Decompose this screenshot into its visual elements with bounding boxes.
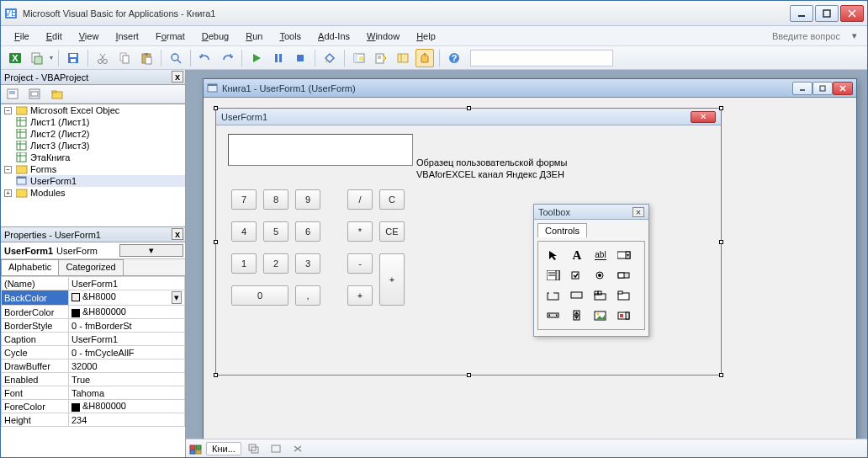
design-surface[interactable]: UserForm1 ✕ Образец пользовательской фор… <box>212 104 848 448</box>
run-icon[interactable] <box>247 49 266 67</box>
dropdown-icon[interactable]: ▾ <box>172 291 182 304</box>
calc-0-button[interactable]: 0 <box>231 285 288 306</box>
menu-insert[interactable]: Insert <box>108 29 146 43</box>
ask-question-input[interactable] <box>719 31 845 41</box>
tree-node[interactable]: ЭтаКнига <box>30 152 70 162</box>
property-value[interactable]: UserForm1 <box>69 277 185 290</box>
property-value[interactable]: &H8000▾ <box>69 290 185 306</box>
dropdown-icon[interactable]: ▾ <box>50 54 53 61</box>
property-value[interactable]: 0 - fmBorderSt <box>69 319 185 333</box>
property-name[interactable]: Enabled <box>2 373 69 386</box>
tree-node[interactable]: Лист3 (Лист3) <box>30 141 89 151</box>
calc-divide-button[interactable]: / <box>347 189 373 210</box>
child-close-button[interactable] <box>833 82 853 95</box>
property-value[interactable]: 32000 <box>69 359 185 373</box>
save-icon[interactable] <box>64 49 82 67</box>
find-icon[interactable] <box>167 49 185 67</box>
label-sample[interactable]: Образец пользовательской формы <box>416 157 567 168</box>
help-icon[interactable]: ? <box>445 49 463 67</box>
property-name[interactable]: ForeColor <box>2 400 69 413</box>
minimize-button[interactable] <box>790 5 813 22</box>
multipage-tool-icon[interactable] <box>614 287 634 304</box>
property-value[interactable]: 0 - fmCycleAllF <box>69 346 185 359</box>
cascade-icon[interactable] <box>245 439 263 458</box>
property-value[interactable]: UserForm1 <box>69 333 185 346</box>
break-icon[interactable] <box>269 49 288 67</box>
toolbox-tab-controls[interactable]: Controls <box>537 223 587 237</box>
listbox-tool-icon[interactable] <box>543 267 564 284</box>
child-minimize-button[interactable] <box>792 82 812 95</box>
calc-3-button[interactable]: 3 <box>295 253 320 274</box>
tree-node[interactable]: Modules <box>30 188 66 198</box>
tile-icon[interactable] <box>267 439 285 458</box>
label-tool-icon[interactable]: A <box>567 247 587 264</box>
toolbox-titlebar[interactable]: Toolbox × <box>534 205 648 220</box>
toolbox-icon[interactable] <box>415 49 434 67</box>
frame-tool-icon[interactable] <box>543 287 564 304</box>
property-name[interactable]: Cycle <box>2 346 69 359</box>
properties-pane-close-icon[interactable]: x <box>172 228 183 240</box>
resize-handle[interactable] <box>467 373 471 377</box>
toolbox-close-icon[interactable]: × <box>632 207 644 217</box>
child-maximize-button[interactable] <box>812 82 833 95</box>
dropdown-icon[interactable]: ▾ <box>119 244 183 257</box>
form-designer-titlebar[interactable]: Книга1 - UserForm1 (UserForm) <box>204 79 856 98</box>
properties-object-selector[interactable]: UserForm1UserForm▾ <box>1 242 185 259</box>
tab-alphabetic[interactable]: Alphabetic <box>1 259 59 275</box>
calc-comma-button[interactable]: , <box>295 285 320 306</box>
menu-file[interactable]: File <box>8 29 36 43</box>
image-tool-icon[interactable] <box>590 307 611 324</box>
property-name[interactable]: (Name) <box>2 277 69 290</box>
menu-view[interactable]: View <box>72 29 106 43</box>
resize-handle[interactable] <box>719 106 723 110</box>
design-mode-icon[interactable] <box>320 49 339 67</box>
spinbutton-tool-icon[interactable] <box>567 307 587 324</box>
resize-handle[interactable] <box>719 240 723 244</box>
view-code-icon[interactable] <box>4 85 23 104</box>
project-pane-close-icon[interactable]: x <box>172 71 183 83</box>
property-name[interactable]: Caption <box>2 333 69 346</box>
resize-handle[interactable] <box>214 240 218 244</box>
combobox-tool-icon[interactable] <box>614 247 634 264</box>
calc-6-button[interactable]: 6 <box>295 221 320 242</box>
expand-icon[interactable]: − <box>4 166 12 173</box>
calc-2-button[interactable]: 2 <box>263 253 288 274</box>
insert-module-icon[interactable] <box>28 49 46 67</box>
object-browser-icon[interactable] <box>394 49 412 67</box>
form-designer-window[interactable]: Книга1 - UserForm1 (UserForm) UserForm1 … <box>203 78 857 457</box>
calc-minus-button[interactable]: - <box>347 253 373 274</box>
togglebutton-tool-icon[interactable] <box>614 267 634 284</box>
project-tree[interactable]: −Microsoft Excel Objeс Лист1 (Лист1) Лис… <box>1 104 185 227</box>
property-name[interactable]: Font <box>2 386 69 400</box>
calc-ce-button[interactable]: CE <box>379 221 405 242</box>
menu-window[interactable]: Window <box>360 29 406 43</box>
property-name[interactable]: BackColor <box>2 290 69 306</box>
expand-icon[interactable]: − <box>4 107 12 114</box>
tree-node[interactable]: Лист2 (Лист2) <box>30 129 89 139</box>
calc-plus2-button[interactable]: + <box>347 285 373 306</box>
property-name[interactable]: Height <box>2 413 69 427</box>
refedit-tool-icon[interactable] <box>614 307 634 324</box>
excel-icon[interactable]: X <box>6 49 24 67</box>
tree-node[interactable]: Лист1 (Лист1) <box>30 117 89 127</box>
resize-handle[interactable] <box>214 373 218 377</box>
maximize-button[interactable] <box>815 5 839 22</box>
property-value[interactable]: &H800000 <box>69 306 185 319</box>
tabstrip-tool-icon[interactable] <box>590 287 611 304</box>
cut-icon[interactable] <box>93 49 112 67</box>
tree-node-userform[interactable]: UserForm1 <box>30 176 77 186</box>
tab-categorized[interactable]: Categorized <box>58 259 123 275</box>
scrollbar-tool-icon[interactable] <box>543 307 564 324</box>
properties-icon[interactable] <box>372 49 390 67</box>
calc-plus-button[interactable]: + <box>379 253 405 306</box>
menu-debug[interactable]: Debug <box>195 29 236 43</box>
property-value[interactable]: &H800000 <box>69 400 185 413</box>
calc-8-button[interactable]: 8 <box>263 189 288 210</box>
view-object-icon[interactable] <box>26 85 45 104</box>
checkbox-tool-icon[interactable] <box>567 267 587 284</box>
undo-icon[interactable] <box>196 49 214 67</box>
tree-node[interactable]: Forms <box>30 164 56 174</box>
toolbox-window[interactable]: Toolbox × Controls A abl <box>533 204 649 337</box>
property-name[interactable]: BorderStyle <box>2 319 69 333</box>
project-explorer-icon[interactable] <box>350 49 368 67</box>
